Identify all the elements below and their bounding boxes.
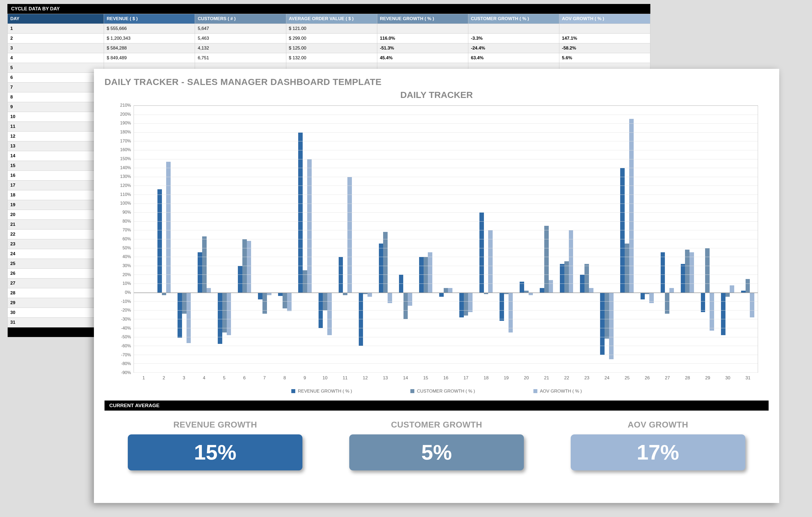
- x-tick: 8: [283, 375, 286, 381]
- legend-item-aov: AOV GROWTH ( % ): [533, 389, 582, 394]
- bar-aov: [428, 252, 432, 292]
- bar-revenue: [741, 291, 746, 293]
- y-tick: 140%: [110, 165, 131, 170]
- y-tick: -90%: [110, 370, 131, 375]
- bar-aov: [690, 252, 694, 292]
- bar-revenue: [258, 293, 262, 300]
- bar-revenue: [560, 264, 564, 293]
- x-tick: 25: [625, 375, 630, 381]
- y-tick: 70%: [110, 228, 131, 233]
- bar-customer: [262, 293, 267, 314]
- y-tick: 180%: [110, 130, 131, 134]
- stat-revenue-growth: REVENUE GROWTH 15%: [128, 420, 302, 470]
- y-tick: 170%: [110, 139, 131, 143]
- x-tick: 28: [685, 375, 690, 381]
- table-row[interactable]: 2$ 1,200,3435,463$ 299.00116.0%-3.3%147.…: [8, 34, 650, 44]
- bar-customer: [665, 293, 669, 314]
- table-row[interactable]: 3$ 584,2884,132$ 125.00-51.3%-24.4%-58.2…: [8, 44, 650, 53]
- y-tick: -80%: [110, 361, 131, 366]
- x-tick: 24: [605, 375, 610, 381]
- x-tick: 9: [303, 375, 306, 381]
- x-tick: 30: [725, 375, 730, 381]
- y-tick: 130%: [110, 174, 131, 179]
- bar-customer: [625, 244, 629, 293]
- dashboard-title: DAILY TRACKER - SALES MANAGER DASHBOARD …: [105, 77, 768, 87]
- bar-revenue: [218, 293, 222, 344]
- y-tick: 160%: [110, 147, 131, 152]
- col-aov-growth: AOV GROWTH ( % ): [559, 14, 650, 24]
- bar-customer: [746, 279, 750, 292]
- table-row[interactable]: 4$ 849,4896,751$ 132.0045.4%63.4%5.6%: [8, 53, 650, 63]
- bar-aov: [327, 293, 332, 335]
- bar-aov: [247, 241, 251, 293]
- bar-revenue: [661, 252, 665, 292]
- stat-customer-growth: CUSTOMER GROWTH 5%: [349, 420, 524, 470]
- x-tick: 10: [322, 375, 327, 381]
- bar-aov: [186, 293, 191, 343]
- stats-row: REVENUE GROWTH 15% CUSTOMER GROWTH 5% AO…: [105, 420, 768, 470]
- x-tick: 22: [564, 375, 569, 381]
- table-title: CYCLE DATA BY DAY: [7, 4, 650, 14]
- y-tick: 10%: [110, 281, 131, 286]
- y-tick: -10%: [110, 299, 131, 304]
- legend-item-customer: CUSTOMER GROWTH ( % ): [410, 389, 475, 394]
- y-tick: -50%: [110, 335, 131, 339]
- bar-customer: [524, 291, 529, 293]
- daily-tracker-chart: -90%-80%-70%-60%-50%-40%-30%-20%-10%0%10…: [110, 103, 763, 389]
- bar-aov: [347, 177, 352, 293]
- bar-revenue: [177, 293, 182, 338]
- col-aov: AVERAGE ORDER VALUE ( $ ): [286, 14, 377, 24]
- y-tick: 200%: [110, 112, 131, 117]
- bar-revenue: [459, 293, 464, 318]
- bar-aov: [609, 293, 614, 359]
- bar-aov: [368, 293, 372, 297]
- x-tick: 6: [243, 375, 245, 381]
- bar-revenue: [600, 293, 605, 355]
- dashboard-card: DAILY TRACKER - SALES MANAGER DASHBOARD …: [94, 69, 779, 503]
- bar-revenue: [157, 189, 162, 293]
- y-tick: 60%: [110, 237, 131, 241]
- bar-aov: [408, 293, 412, 306]
- bar-revenue: [641, 293, 645, 300]
- bar-customer: [725, 293, 730, 297]
- x-tick: 15: [423, 375, 428, 381]
- y-tick: 30%: [110, 264, 131, 268]
- stat-value: 15%: [128, 434, 302, 470]
- bar-aov: [750, 293, 754, 318]
- y-tick: 80%: [110, 219, 131, 224]
- bar-customer: [464, 293, 468, 316]
- stat-value: 17%: [571, 434, 745, 470]
- y-tick: 190%: [110, 121, 131, 126]
- y-tick: 120%: [110, 183, 131, 188]
- bar-customer: [222, 293, 227, 332]
- x-tick: 13: [383, 375, 388, 381]
- stat-label: AOV GROWTH: [571, 420, 745, 430]
- bar-aov: [448, 288, 453, 293]
- bar-aov: [629, 119, 634, 292]
- bar-customer: [444, 288, 448, 293]
- x-tick: 3: [183, 375, 185, 381]
- bar-customer: [605, 293, 609, 339]
- bar-aov: [730, 285, 734, 293]
- bar-aov: [207, 288, 211, 293]
- bar-aov: [509, 293, 513, 332]
- bar-revenue: [379, 244, 383, 293]
- stat-label: REVENUE GROWTH: [128, 420, 302, 430]
- y-tick: -20%: [110, 308, 131, 312]
- bar-revenue: [701, 293, 705, 312]
- y-tick: -30%: [110, 317, 131, 322]
- x-tick: 18: [484, 375, 489, 381]
- table-row[interactable]: 1$ 555,6665,647$ 121.00: [8, 24, 650, 34]
- x-tick: 1: [142, 375, 145, 381]
- bar-aov: [227, 293, 231, 335]
- legend-item-revenue: REVENUE GROWTH ( % ): [291, 389, 352, 394]
- bar-customer: [544, 226, 549, 293]
- y-tick: 90%: [110, 210, 131, 215]
- x-tick: 29: [705, 375, 710, 381]
- chart-title: DAILY TRACKER: [105, 90, 768, 100]
- x-tick: 4: [203, 375, 205, 381]
- x-tick: 11: [343, 375, 348, 381]
- bar-revenue: [278, 293, 283, 296]
- x-tick: 5: [223, 375, 225, 381]
- col-day: DAY: [8, 14, 104, 24]
